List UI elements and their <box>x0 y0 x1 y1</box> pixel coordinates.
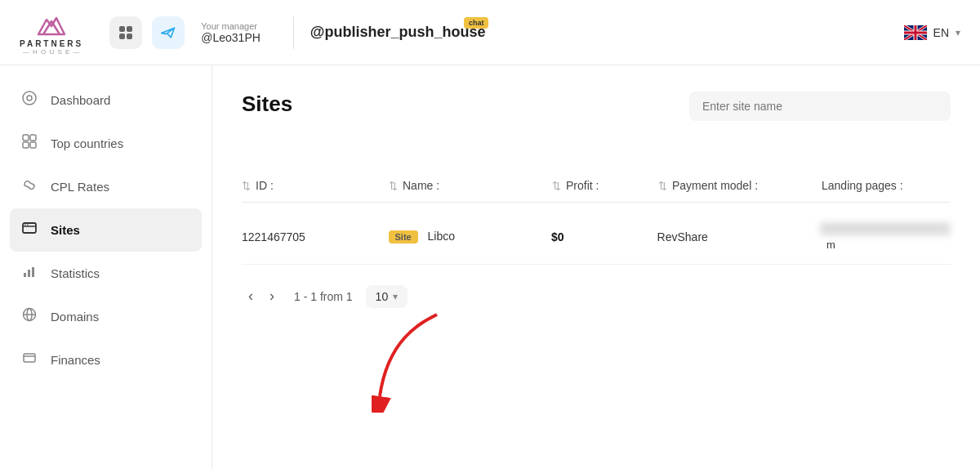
sidebar-item-finances[interactable]: Finances <box>0 338 212 382</box>
svg-rect-3 <box>127 34 132 39</box>
page-size-selector[interactable]: 10 ▾ <box>366 285 408 308</box>
language-chevron-icon: ▾ <box>956 27 960 38</box>
svg-rect-9 <box>23 142 29 148</box>
sidebar-item-label: Sites <box>51 223 80 237</box>
sidebar-item-domains[interactable]: Domains <box>0 295 212 338</box>
sites-table: ⇅ ID : ⇅ Name : ⇅ Profit : ⇅ Payment mod… <box>242 169 951 265</box>
statistics-icon <box>20 263 39 284</box>
cell-landing-pages: m <box>820 222 951 251</box>
sort-icon: ⇅ <box>242 180 251 192</box>
manager-info: Your manager @Leo31PH <box>201 21 261 44</box>
sidebar-item-label: Dashboard <box>51 93 110 107</box>
page-size-chevron-icon: ▾ <box>393 291 398 302</box>
blurred-landing-pages <box>820 222 951 235</box>
cell-payment-model: RevShare <box>657 230 820 243</box>
table-row: 1221467705 Site Libco $0 RevShare m <box>242 209 951 265</box>
table-header: ⇅ ID : ⇅ Name : ⇅ Profit : ⇅ Payment mod… <box>242 169 951 203</box>
chat-badge: chat <box>464 17 489 29</box>
dashboard-icon <box>20 90 39 110</box>
sidebar-item-statistics[interactable]: Statistics <box>0 252 212 295</box>
sidebar: Dashboard Top countries CPL Rates <box>0 65 212 469</box>
sidebar-item-label: Top countries <box>51 136 123 150</box>
red-arrow <box>372 306 470 416</box>
svg-rect-1 <box>127 26 132 32</box>
column-label: ID : <box>256 179 274 192</box>
page-size-value: 10 <box>376 290 389 303</box>
column-header-id[interactable]: ⇅ ID : <box>242 179 389 192</box>
manager-handle: @Leo31PH <box>201 31 261 44</box>
sidebar-item-label: Finances <box>51 353 100 367</box>
column-label: Profit : <box>566 179 599 192</box>
column-header-profit[interactable]: ⇅ Profit : <box>552 179 658 192</box>
main-layout: Dashboard Top countries CPL Rates <box>0 65 980 469</box>
column-header-name[interactable]: ⇅ Name : <box>389 179 552 192</box>
telegram-icon-button[interactable] <box>152 16 185 49</box>
svg-rect-0 <box>119 26 125 32</box>
sidebar-item-label: Domains <box>51 310 99 324</box>
sort-icon: ⇅ <box>389 180 398 192</box>
search-input[interactable] <box>689 92 951 121</box>
svg-rect-2 <box>119 34 125 39</box>
cell-profit: $0 <box>551 230 657 243</box>
flag-icon <box>904 25 927 40</box>
sidebar-item-dashboard[interactable]: Dashboard <box>0 78 212 122</box>
header-divider <box>293 16 294 49</box>
svg-rect-16 <box>32 267 34 277</box>
column-label: Payment model : <box>672 179 758 192</box>
svg-point-12 <box>24 224 26 226</box>
prev-page-button[interactable]: ‹ <box>242 284 260 308</box>
site-badge: Site <box>389 230 418 243</box>
finances-icon <box>20 350 39 370</box>
logo-subtext: — H O U S E — <box>23 48 81 56</box>
page-title: Sites <box>242 92 292 117</box>
cell-name: Site Libco <box>389 230 551 243</box>
svg-rect-15 <box>28 270 30 277</box>
header-icons <box>109 16 185 49</box>
language-selector[interactable]: EN ▾ <box>904 25 960 40</box>
profit-value: $0 <box>551 230 564 243</box>
language-text: EN <box>933 26 949 39</box>
top-countries-icon <box>20 133 39 154</box>
sidebar-item-label: CPL Rates <box>51 180 109 194</box>
sort-icon: ⇅ <box>552 180 561 192</box>
column-header-payment[interactable]: ⇅ Payment model : <box>658 179 822 192</box>
column-header-landing: Landing pages : <box>822 179 951 192</box>
sidebar-item-sites[interactable]: Sites <box>10 208 202 252</box>
svg-point-6 <box>27 96 32 100</box>
page-info: 1 - 1 from 1 <box>294 290 353 303</box>
sort-icon: ⇅ <box>658 180 667 192</box>
publisher-handle: @publisher_push_house <box>310 24 486 41</box>
sidebar-item-top-countries[interactable]: Top countries <box>0 122 212 165</box>
svg-rect-8 <box>30 135 36 141</box>
column-label: Name : <box>403 179 439 192</box>
sidebar-item-cpl-rates[interactable]: CPL Rates <box>0 165 212 208</box>
cell-id: 1221467705 <box>242 230 389 243</box>
sites-icon <box>20 220 39 240</box>
header: PARTNERS — H O U S E — Your manager @Leo… <box>0 0 980 65</box>
site-name: Libco <box>428 230 455 243</box>
grid-icon-button[interactable] <box>109 16 142 49</box>
publisher-area: chat @publisher_push_house <box>310 24 486 41</box>
manager-label: Your manager <box>201 21 261 31</box>
domains-icon <box>20 306 39 327</box>
svg-rect-7 <box>23 135 29 141</box>
svg-rect-19 <box>24 354 35 362</box>
pagination: ‹ › 1 - 1 from 1 10 ▾ <box>242 284 951 308</box>
landing-pages-suffix: m <box>826 239 835 251</box>
logo: PARTNERS — H O U S E — <box>20 10 83 56</box>
page-nav: ‹ › <box>242 284 281 308</box>
main-content: Sites ⇅ ID : ⇅ Name : ⇅ Profit : <box>212 65 980 469</box>
logo-text: PARTNERS <box>20 39 83 48</box>
column-label: Landing pages : <box>822 179 903 192</box>
next-page-button[interactable]: › <box>263 284 281 308</box>
svg-point-13 <box>27 224 29 226</box>
sidebar-item-label: Statistics <box>51 266 100 280</box>
svg-rect-14 <box>24 273 26 277</box>
svg-rect-10 <box>30 142 36 148</box>
svg-point-5 <box>23 92 36 105</box>
cpl-rates-icon <box>20 176 39 197</box>
